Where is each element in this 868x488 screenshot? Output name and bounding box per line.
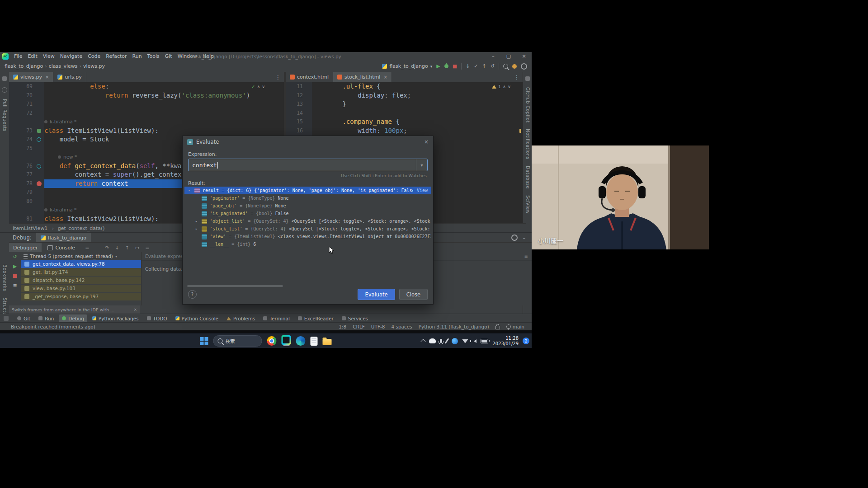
edge-icon[interactable] [296, 336, 306, 346]
close-tab-icon[interactable]: × [383, 75, 387, 80]
readonly-lock-icon[interactable] [495, 326, 500, 329]
run-button[interactable]: ▶ [436, 63, 440, 69]
stripe-github-copilot[interactable]: GitHub Copilot [525, 87, 530, 122]
breadcrumb-class[interactable]: ItemListView1 [13, 225, 47, 231]
notification-badge[interactable]: 2 [523, 338, 529, 344]
horizontal-scrollbar[interactable] [187, 285, 283, 287]
history-button[interactable]: ↺ [491, 63, 495, 69]
tree-row-paginator[interactable]: 'paginator'= {NoneType}None [184, 194, 431, 202]
menu-run[interactable]: Run [130, 52, 145, 61]
chrome-icon[interactable] [267, 336, 277, 346]
wifi-icon[interactable] [462, 339, 468, 343]
chevron-expanded-icon[interactable]: ▾ [188, 188, 194, 192]
toolwindow-services[interactable]: Services [339, 314, 371, 322]
dialog-close-icon[interactable]: × [424, 139, 429, 145]
history-dropdown-icon[interactable]: ▾ [420, 163, 423, 168]
expression-input[interactable]: context ▾ [188, 159, 428, 171]
tab-options-icon[interactable]: ⋮ [511, 72, 523, 82]
tree-row-object-list[interactable]: ▸ 'object_list'= {QuerySet: 4}<QuerySet … [184, 217, 431, 225]
override-gutter-icon[interactable] [37, 137, 41, 142]
tree-row-len[interactable]: __len__= {int}6 [184, 240, 431, 248]
discord-icon[interactable] [429, 338, 436, 343]
override-gutter-icon[interactable] [37, 164, 41, 169]
commit-toolwindow-icon[interactable] [2, 87, 7, 93]
git-branch-widget[interactable]: main [506, 324, 524, 329]
taskbar-clock[interactable]: 11:28 2023/01/29 [492, 336, 519, 347]
debug-button[interactable] [444, 64, 448, 68]
tab-options-icon[interactable]: ⋮ [272, 72, 284, 82]
indent-style[interactable]: 4 spaces [391, 324, 412, 329]
frame-row[interactable]: get, list.py:174 [21, 268, 141, 276]
python-interpreter[interactable]: Python 3.11 (flask_to_django) [419, 324, 489, 329]
resume-icon[interactable]: ▶ [13, 263, 17, 269]
taskbar-search[interactable]: 検索 [213, 335, 262, 347]
dismiss-hint-icon[interactable]: × [133, 307, 137, 312]
tree-row-is-paginated[interactable]: 'is_paginated'= {bool}False [184, 210, 431, 217]
debug-session-tab[interactable]: flask_to_django [36, 233, 91, 243]
toolwindow-run[interactable]: Run [35, 314, 57, 322]
toolwindow-problems[interactable]: Problems [223, 314, 258, 322]
nav-crumb-file[interactable]: views.py [83, 63, 105, 69]
stop-icon[interactable]: ■ [13, 273, 17, 279]
menu-file[interactable]: File [11, 52, 25, 61]
update-available-icon[interactable] [512, 64, 517, 69]
tab-debugger[interactable]: Debugger [9, 243, 42, 253]
pen-icon[interactable] [445, 338, 449, 343]
maximize-button[interactable]: ▢ [501, 52, 516, 61]
settings-gear-icon[interactable] [521, 63, 527, 70]
caret-position[interactable]: 1:8 [339, 324, 346, 329]
line-separator[interactable]: CRLF [353, 324, 365, 329]
evaluate-button[interactable]: Evaluate [358, 289, 395, 300]
search-assistant-icon[interactable] [452, 338, 458, 344]
stop-button[interactable]: ■ [453, 63, 457, 69]
step-over-icon[interactable]: ↷ [105, 245, 109, 251]
left-inspection-widget[interactable]: ✓ ∧∨ [251, 84, 265, 89]
toolwindow-debug[interactable]: Debug [59, 314, 87, 322]
help-button[interactable]: ? [188, 290, 197, 299]
view-breakpoints-icon[interactable]: ≡ [145, 245, 149, 251]
tray-expand-icon[interactable] [421, 339, 426, 344]
file-explorer-icon[interactable] [323, 339, 332, 345]
stripe-pull-requests[interactable]: Pull Requests [2, 99, 7, 131]
battery-icon[interactable] [481, 339, 488, 343]
project-toolwindow-icon[interactable] [2, 76, 7, 81]
breakpoint-icon[interactable] [37, 181, 42, 186]
stripe-bookmarks[interactable]: Bookmarks [2, 264, 7, 291]
toolwindow-python-packages[interactable]: Python Packages [89, 314, 142, 322]
stripe-notifications[interactable]: Notifications [525, 129, 530, 160]
run-to-cursor-icon[interactable]: ↦ [135, 245, 139, 251]
step-out-icon[interactable]: ↑ [125, 245, 129, 251]
frame-row[interactable]: _get_response, base.py:197 [21, 293, 141, 300]
right-inspection-widget[interactable]: 1 ∧∨ [492, 84, 511, 89]
toolwindow-terminal[interactable]: Terminal [260, 314, 292, 322]
frame-row[interactable]: dispatch, base.py:142 [21, 277, 141, 284]
tab-console[interactable]: Console [43, 243, 79, 253]
close-dialog-button[interactable]: Close [399, 289, 428, 300]
toolwindow-excelreader[interactable]: ExcelReader [295, 314, 337, 322]
tree-row-stock-list[interactable]: ▸ 'stock_list'= {QuerySet: 4}<QuerySet [… [184, 225, 431, 233]
close-tab-icon[interactable]: × [45, 75, 49, 80]
toolwindow-git[interactable]: Git [14, 314, 33, 322]
volume-icon[interactable] [474, 339, 476, 343]
variables-view-options-icon[interactable]: ≡ [524, 254, 528, 259]
git-commit-button[interactable]: ✓ [474, 63, 478, 69]
thread-selector[interactable]: Thread-5 (process_request_thread) ▾ [21, 252, 141, 260]
stripe-sciview[interactable]: SciView [525, 195, 530, 214]
file-encoding[interactable]: UTF-8 [371, 324, 385, 329]
hide-panel-icon[interactable]: – [523, 235, 526, 241]
git-update-button[interactable]: ↓ [466, 63, 470, 69]
menu-git[interactable]: Git [162, 52, 175, 61]
result-row[interactable]: ▾ result= {dict: 6}{'paginator': None, '… [184, 187, 431, 194]
step-into-icon[interactable]: ↓ [115, 245, 119, 251]
menu-code[interactable]: Code [85, 52, 103, 61]
frame-row[interactable]: view, base.py:103 [21, 285, 141, 292]
microphone-icon[interactable] [440, 339, 442, 343]
notepad-icon[interactable] [311, 337, 318, 346]
menu-refactor[interactable]: Refactor [103, 52, 129, 61]
tab-stock-list-html[interactable]: stock_list.html × [333, 72, 392, 82]
tab-context-html[interactable]: context.html [286, 72, 333, 82]
toolwindow-python-console[interactable]: Python Console [172, 314, 222, 322]
run-config-selector[interactable]: flask_to_django ▾ [382, 63, 432, 69]
pycharm-taskbar-item[interactable] [282, 335, 291, 347]
layout-menu-icon[interactable]: ≡ [81, 243, 93, 253]
